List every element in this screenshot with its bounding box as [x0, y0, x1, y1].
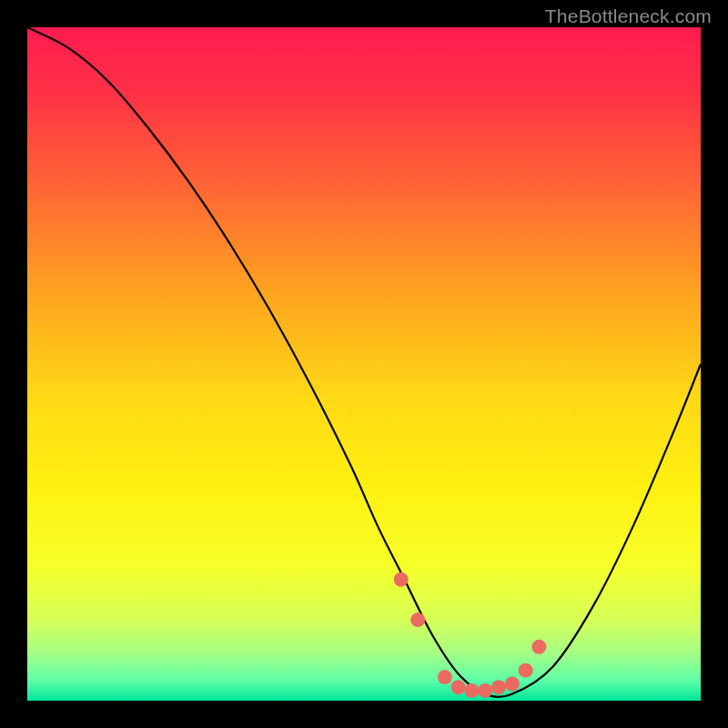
- watermark-text: TheBottleneck.com: [545, 5, 712, 27]
- plot-area: [27, 27, 701, 701]
- marker-point: [505, 677, 520, 692]
- marker-point: [394, 572, 409, 587]
- marker-point: [491, 680, 506, 694]
- marker-point: [478, 683, 492, 698]
- marker-point: [464, 683, 479, 698]
- marker-point: [438, 670, 452, 684]
- marker-point: [410, 612, 425, 627]
- marker-point: [531, 640, 546, 654]
- marker-point: [451, 680, 466, 694]
- marker-point: [519, 663, 533, 678]
- highlight-markers: [394, 572, 547, 698]
- chart-frame: TheBottleneck.com: [0, 0, 728, 728]
- bottleneck-curve: [27, 27, 701, 701]
- curve-line: [27, 27, 701, 697]
